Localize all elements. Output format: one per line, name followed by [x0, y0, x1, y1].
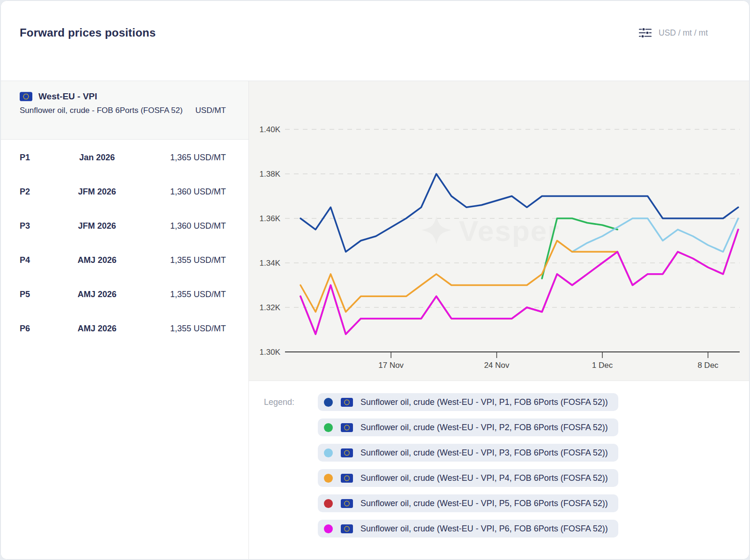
- position-code: P1: [20, 153, 52, 163]
- page-title: Forward prices positions: [20, 26, 156, 39]
- position-price: 1,360 USD/MT: [142, 221, 226, 231]
- legend-item[interactable]: Sunflower oil, crude (West-EU - VPI, P3,…: [318, 444, 618, 462]
- legend-item-label: Sunflower oil, crude (West-EU - VPI, P2,…: [360, 423, 608, 433]
- x-axis-tick-label: 17 Nov: [378, 361, 404, 370]
- position-price: 1,365 USD/MT: [142, 153, 226, 163]
- legend-area: Legend: Sunflower oil, crude (West-EU - …: [249, 381, 749, 559]
- product-description: Sunflower oil, crude - FOB 6Ports (FOSFA…: [20, 106, 188, 116]
- series-color-dot: [324, 448, 333, 457]
- eu-flag-icon: [20, 92, 32, 101]
- position-code: P5: [20, 290, 52, 299]
- legend-item[interactable]: Sunflower oil, crude (West-EU - VPI, P6,…: [318, 520, 618, 538]
- eu-flag-icon: [341, 423, 353, 432]
- sliders-icon[interactable]: [639, 27, 652, 38]
- position-row[interactable]: P4 AMJ 2026 1,355 USD/MT: [1, 243, 248, 277]
- unit-selector-label[interactable]: USD / mt / mt: [659, 28, 708, 38]
- eu-flag-icon: [341, 448, 353, 457]
- position-period: AMJ 2026: [52, 290, 142, 299]
- y-axis-tick-label: 1.32K: [260, 303, 281, 312]
- position-period: AMJ 2026: [52, 324, 142, 334]
- series-color-dot: [324, 474, 333, 483]
- position-row[interactable]: P3 JFM 2026 1,360 USD/MT: [1, 209, 248, 243]
- chart-panel: 1.40K1.38K1.36K1.34K1.32K1.30KVesper17 N…: [249, 81, 749, 381]
- legend-item[interactable]: Sunflower oil, crude (West-EU - VPI, P2,…: [318, 418, 618, 436]
- unit-selector[interactable]: USD / mt / mt: [639, 27, 708, 38]
- y-axis-tick-label: 1.40K: [260, 125, 281, 134]
- series-color-dot: [324, 398, 333, 407]
- series-line-P3: [572, 218, 738, 252]
- y-axis-tick-label: 1.30K: [260, 348, 281, 357]
- chart-section: 1.40K1.38K1.36K1.34K1.32K1.30KVesper17 N…: [249, 81, 749, 559]
- legend-item[interactable]: Sunflower oil, crude (West-EU - VPI, P5,…: [318, 494, 618, 512]
- legend-label: Legend:: [264, 393, 318, 411]
- svg-text:Vesper: Vesper: [459, 215, 560, 247]
- forward-prices-card: Forward prices positions USD / mt /: [0, 0, 750, 560]
- position-row[interactable]: P1 Jan 2026 1,365 USD/MT: [1, 141, 248, 175]
- card-header: Forward prices positions USD / mt /: [1, 1, 749, 81]
- position-code: P6: [20, 324, 52, 334]
- position-period: JFM 2026: [52, 221, 142, 231]
- position-price: 1,360 USD/MT: [142, 187, 226, 197]
- y-axis-tick-label: 1.38K: [260, 170, 281, 179]
- legend-items: Sunflower oil, crude (West-EU - VPI, P1,…: [318, 393, 618, 538]
- legend-item-label: Sunflower oil, crude (West-EU - VPI, P3,…: [360, 448, 608, 458]
- y-axis-tick-label: 1.34K: [260, 259, 281, 268]
- series-line-P4: [300, 241, 617, 312]
- position-period: Jan 2026: [52, 153, 142, 163]
- position-price: 1,355 USD/MT: [142, 290, 226, 299]
- position-period: JFM 2026: [52, 187, 142, 197]
- series-color-dot: [324, 524, 333, 533]
- legend-item[interactable]: Sunflower oil, crude (West-EU - VPI, P4,…: [318, 469, 618, 487]
- position-period: AMJ 2026: [52, 255, 142, 265]
- position-code: P2: [20, 187, 52, 197]
- position-code: P3: [20, 221, 52, 231]
- x-axis-tick-label: 24 Nov: [484, 361, 510, 370]
- positions-table: P1 Jan 2026 1,365 USD/MT P2 JFM 2026 1,3…: [1, 140, 248, 346]
- x-axis-tick-label: 8 Dec: [698, 361, 719, 370]
- forward-prices-chart: 1.40K1.38K1.36K1.34K1.32K1.30KVesper17 N…: [249, 81, 749, 381]
- content: West-EU - VPI Sunflower oil, crude - FOB…: [1, 81, 749, 559]
- legend-item-label: Sunflower oil, crude (West-EU - VPI, P6,…: [360, 524, 608, 534]
- series-color-dot: [324, 423, 333, 432]
- series-color-dot: [324, 499, 333, 508]
- eu-flag-icon: [341, 474, 353, 483]
- position-row[interactable]: P6 AMJ 2026 1,355 USD/MT: [1, 312, 248, 346]
- position-row[interactable]: P5 AMJ 2026 1,355 USD/MT: [1, 277, 248, 312]
- x-axis-tick-label: 1 Dec: [592, 361, 613, 370]
- product-unit: USD/MT: [195, 106, 226, 116]
- vesper-watermark: Vesper: [421, 215, 560, 247]
- legend-item-label: Sunflower oil, crude (West-EU - VPI, P5,…: [360, 499, 608, 508]
- legend-item-label: Sunflower oil, crude (West-EU - VPI, P1,…: [360, 397, 608, 407]
- product-header: West-EU - VPI Sunflower oil, crude - FOB…: [1, 81, 248, 140]
- position-row[interactable]: P2 JFM 2026 1,360 USD/MT: [1, 175, 248, 209]
- y-axis-tick-label: 1.36K: [260, 214, 281, 223]
- legend-item[interactable]: Sunflower oil, crude (West-EU - VPI, P1,…: [318, 393, 618, 411]
- eu-flag-icon: [341, 499, 353, 508]
- position-price: 1,355 USD/MT: [142, 324, 226, 334]
- position-price: 1,355 USD/MT: [142, 255, 226, 265]
- legend-item-label: Sunflower oil, crude (West-EU - VPI, P4,…: [360, 473, 608, 483]
- market-name: West-EU - VPI: [38, 91, 97, 102]
- position-code: P4: [20, 255, 52, 265]
- eu-flag-icon: [341, 398, 353, 407]
- positions-panel: West-EU - VPI Sunflower oil, crude - FOB…: [1, 81, 249, 559]
- eu-flag-icon: [341, 524, 353, 533]
